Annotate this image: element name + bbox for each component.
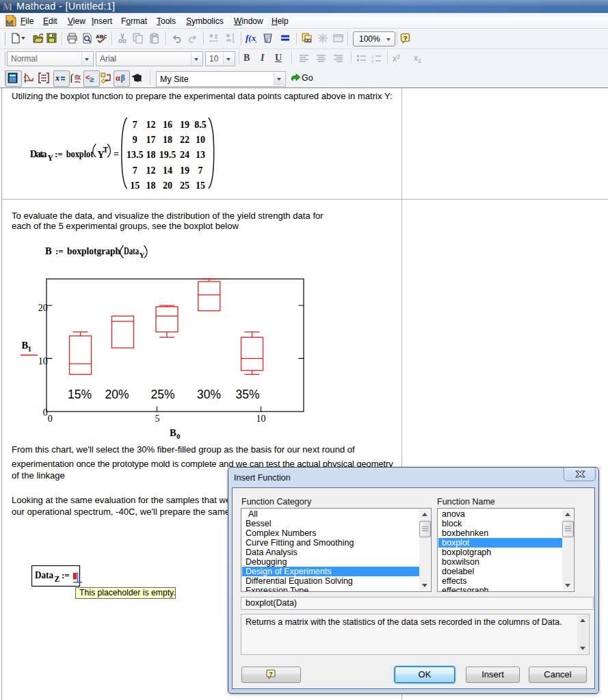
svg-text:13.5: 13.5 <box>127 150 144 160</box>
svg-text:7: 7 <box>133 165 137 176</box>
svg-text:T: T <box>103 146 108 154</box>
svg-text:β: β <box>121 73 125 83</box>
svg-text:8.5: 8.5 <box>194 120 207 130</box>
svg-text:25%: 25% <box>150 388 174 401</box>
svg-text:dy: dy <box>75 73 81 79</box>
svg-text:30%: 30% <box>197 388 221 401</box>
svg-text:18: 18 <box>146 150 155 160</box>
svg-text:5: 5 <box>155 414 160 424</box>
svg-text:16: 16 <box>163 120 172 130</box>
svg-text::=: := <box>55 149 63 159</box>
svg-text:=: = <box>114 149 119 159</box>
svg-text:24: 24 <box>180 150 189 160</box>
svg-text:Z: Z <box>55 575 60 583</box>
svg-text::=: := <box>55 246 64 256</box>
svg-text:15: 15 <box>196 180 205 191</box>
svg-text:12: 12 <box>146 120 155 130</box>
svg-text:22: 22 <box>180 135 189 145</box>
svg-text:18: 18 <box>163 135 172 145</box>
svg-text:?: ? <box>269 671 273 677</box>
svg-text:f(x): f(x) <box>246 33 256 43</box>
svg-text:10: 10 <box>256 414 266 424</box>
svg-text:7: 7 <box>133 120 137 130</box>
svg-text:∫: ∫ <box>70 72 74 83</box>
svg-text:0: 0 <box>48 414 53 424</box>
svg-text:15%: 15% <box>68 388 92 401</box>
svg-text::=: := <box>62 570 70 580</box>
svg-text:α: α <box>116 73 120 83</box>
svg-text:B: B <box>45 245 52 256</box>
svg-text:≥: ≥ <box>90 75 94 83</box>
svg-text:B: B <box>170 427 176 438</box>
svg-text:Y: Y <box>47 154 53 162</box>
svg-text:1: 1 <box>28 345 32 353</box>
svg-text:M: M <box>5 18 13 27</box>
svg-text:ABC: ABC <box>96 33 107 40</box>
svg-text:0: 0 <box>176 432 181 440</box>
svg-text:9: 9 <box>133 135 137 145</box>
svg-text:1: 1 <box>371 55 374 59</box>
svg-text:19: 19 <box>180 165 189 176</box>
svg-text:10: 10 <box>38 356 48 366</box>
svg-text:17: 17 <box>146 135 155 145</box>
svg-text:19.5: 19.5 <box>159 150 176 160</box>
svg-text:12: 12 <box>146 165 155 176</box>
svg-text:boxplotgraph: boxplotgraph <box>67 245 120 256</box>
svg-text:0: 0 <box>43 407 48 418</box>
svg-text:boxplot: boxplot <box>66 148 94 159</box>
svg-text:M: M <box>3 1 12 12</box>
svg-text:7: 7 <box>198 165 203 176</box>
svg-text:dx: dx <box>75 79 81 83</box>
svg-text:15: 15 <box>130 180 140 191</box>
svg-text:?: ? <box>404 34 408 42</box>
svg-text:35%: 35% <box>235 388 259 401</box>
svg-text:20: 20 <box>38 303 48 313</box>
svg-text:25: 25 <box>180 180 189 191</box>
svg-text:x: x <box>55 73 60 83</box>
svg-text:u: u <box>265 38 268 42</box>
svg-text:Data: Data <box>124 245 140 256</box>
svg-text:19: 19 <box>180 120 189 130</box>
svg-text:2: 2 <box>371 59 374 64</box>
svg-text:14: 14 <box>163 165 172 176</box>
svg-text:13: 13 <box>196 150 205 160</box>
svg-text:Data: Data <box>30 148 48 159</box>
svg-text:10: 10 <box>196 135 205 145</box>
svg-text:20: 20 <box>163 180 172 191</box>
svg-text:18: 18 <box>146 180 155 191</box>
svg-text:Data: Data <box>35 570 53 580</box>
svg-text:20%: 20% <box>105 388 129 401</box>
